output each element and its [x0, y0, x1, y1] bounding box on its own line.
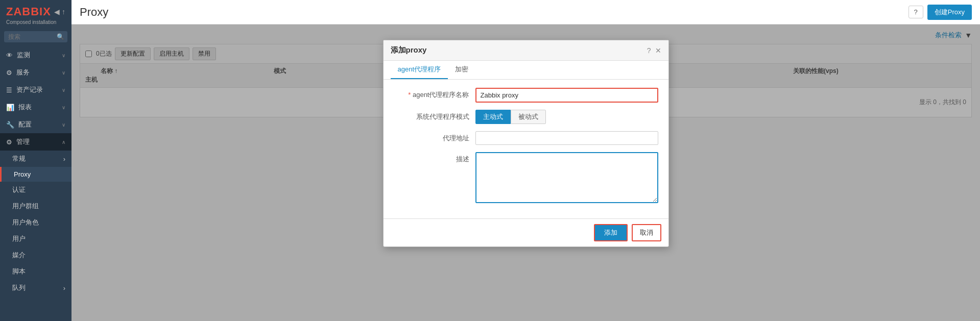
- modal-title: 添加proxy: [391, 45, 427, 55]
- mode-radio-group: 主动式 被动式: [475, 110, 546, 124]
- form-label-desc: 描述: [394, 152, 475, 164]
- main-content: Proxy ? 创建Proxy 条件检索 ▼ 0已选 更新配置 启用主机 禁用: [71, 0, 980, 321]
- modal-overlay: 添加proxy ? ✕ agent代理程序 加密 agent代理程序名称: [71, 24, 980, 321]
- topbar-right: ? 创建Proxy: [909, 5, 972, 20]
- form-row-address: 代理地址: [394, 131, 658, 145]
- sidebar-item-config[interactable]: 🔧 配置 ∨: [0, 116, 71, 133]
- logo-area: ZABBIX ◀ ↑: [0, 0, 71, 19]
- sidebar: ZABBIX ◀ ↑ Composed installation 🔍 👁 监测 …: [0, 0, 71, 321]
- subitem-label: 用户群组: [12, 202, 39, 211]
- sidebar-item-label: 服务: [16, 68, 30, 77]
- form-label-mode: 系统代理程序模式: [394, 110, 475, 121]
- sidebar-item-label: 管理: [16, 137, 30, 146]
- sidebar-subtitle: Composed installation: [0, 19, 71, 29]
- chevron-down-icon: ∨: [62, 105, 65, 110]
- sidebar-item-service[interactable]: ⚙ 服务 ∨: [0, 64, 71, 81]
- modal-close-icon[interactable]: ✕: [655, 46, 661, 55]
- sidebar-subitem-userrole[interactable]: 用户角色: [0, 214, 71, 231]
- chevron-right-icon: ›: [63, 284, 65, 292]
- subitem-label: Proxy: [14, 170, 31, 178]
- subitem-label: 用户角色: [12, 218, 39, 227]
- search-icon: 🔍: [57, 33, 64, 40]
- add-proxy-modal: 添加proxy ? ✕ agent代理程序 加密 agent代理程序名称: [383, 40, 669, 247]
- sidebar-item-label: 监测: [17, 51, 30, 60]
- tab-encryption[interactable]: 加密: [448, 61, 475, 79]
- sidebar-item-monitor[interactable]: 👁 监测 ∨: [0, 46, 71, 64]
- sidebar-item-reports[interactable]: 📊 报表 ∨: [0, 98, 71, 116]
- chevron-up-icon: ∧: [62, 139, 65, 145]
- subitem-label: 脚本: [12, 267, 26, 276]
- modal-header: 添加proxy ? ✕: [384, 40, 668, 61]
- up-icon[interactable]: ↑: [62, 8, 65, 16]
- form-row-mode: 系统代理程序模式 主动式 被动式: [394, 110, 658, 124]
- sidebar-item-assets[interactable]: ☰ 资产记录 ∨: [0, 81, 71, 98]
- sidebar-item-label: 报表: [18, 103, 32, 112]
- config-icon: 🔧: [6, 121, 14, 129]
- topbar: Proxy ? 创建Proxy: [71, 0, 980, 24]
- collapse-icon[interactable]: ◀: [54, 8, 60, 16]
- subitem-label: 媒介: [12, 251, 26, 260]
- reports-icon: 📊: [6, 104, 14, 111]
- chevron-down-icon: ∨: [62, 122, 65, 128]
- subitem-label: 常规: [12, 154, 26, 163]
- subitem-label: 用户: [12, 234, 26, 243]
- chevron-down-icon: ∨: [62, 87, 65, 93]
- address-input[interactable]: [475, 131, 658, 145]
- create-proxy-button[interactable]: 创建Proxy: [927, 5, 972, 20]
- form-row-desc: 描述: [394, 152, 658, 203]
- modal-tabs: agent代理程序 加密: [384, 61, 668, 80]
- sidebar-item-label: 资产记录: [16, 85, 43, 94]
- mode-passive-btn[interactable]: 被动式: [511, 110, 546, 124]
- chevron-down-icon: ∨: [62, 53, 65, 58]
- sidebar-subitem-usergroup[interactable]: 用户群组: [0, 198, 71, 214]
- form-label-name: agent代理程序名称: [394, 88, 475, 100]
- sidebar-subitem-scripts[interactable]: 脚本: [0, 263, 71, 280]
- logo-text: ZABBIX: [6, 5, 51, 18]
- mode-active-btn[interactable]: 主动式: [475, 110, 511, 124]
- desc-textarea[interactable]: [475, 152, 658, 203]
- chevron-right-icon: ›: [63, 155, 65, 163]
- chevron-down-icon: ∨: [62, 70, 65, 76]
- sidebar-subitem-proxy[interactable]: Proxy: [0, 167, 71, 182]
- search-wrapper: 🔍: [4, 31, 67, 42]
- logo-icons: ◀ ↑: [54, 8, 65, 16]
- subitem-label: 队列: [12, 283, 26, 292]
- page-title: Proxy: [80, 6, 108, 19]
- help-button[interactable]: ?: [909, 6, 923, 18]
- modal-body: agent代理程序名称 系统代理程序模式 主动式 被动式 代理地址: [384, 80, 668, 218]
- sidebar-item-label: 配置: [18, 120, 32, 129]
- add-button[interactable]: 添加: [594, 224, 628, 241]
- assets-icon: ☰: [6, 86, 12, 94]
- form-label-address: 代理地址: [394, 131, 475, 143]
- sidebar-subitem-users[interactable]: 用户: [0, 231, 71, 247]
- service-icon: ⚙: [6, 69, 12, 77]
- manage-icon: ⚙: [6, 138, 12, 146]
- monitor-icon: 👁: [6, 52, 13, 59]
- sidebar-subitem-queue[interactable]: 队列 ›: [0, 280, 71, 296]
- modal-footer: 添加 取消: [384, 218, 668, 246]
- modal-help-icon[interactable]: ?: [647, 46, 651, 55]
- sidebar-item-manage[interactable]: ⚙ 管理 ∧: [0, 133, 71, 151]
- tab-agent[interactable]: agent代理程序: [391, 61, 448, 79]
- sidebar-subitem-media[interactable]: 媒介: [0, 247, 71, 263]
- subitem-label: 认证: [12, 185, 26, 194]
- modal-header-icons: ? ✕: [647, 46, 661, 55]
- form-row-name: agent代理程序名称: [394, 88, 658, 103]
- agent-name-input[interactable]: [475, 88, 658, 103]
- content-area: 条件检索 ▼ 0已选 更新配置 启用主机 禁用 名称 ↑ 模式 关联的性能(vp…: [71, 24, 980, 321]
- cancel-button[interactable]: 取消: [632, 224, 661, 241]
- sidebar-subitem-general[interactable]: 常规 ›: [0, 151, 71, 167]
- sidebar-subitem-auth[interactable]: 认证: [0, 182, 71, 198]
